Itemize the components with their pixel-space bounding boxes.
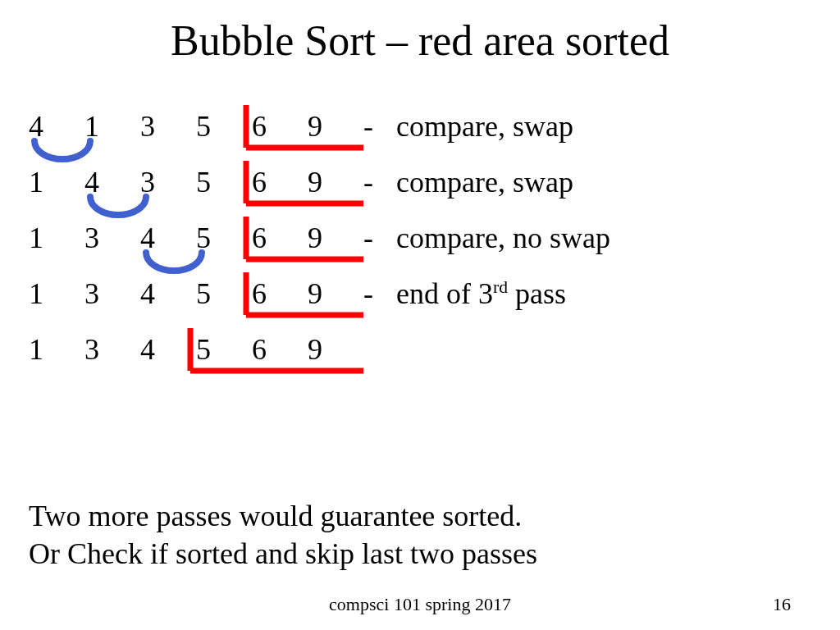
cell: 3 — [140, 154, 196, 210]
cell: 9 — [308, 266, 363, 322]
cell: 5 — [196, 154, 252, 210]
table-row: 1 3 4 5 6 9 - compare, no swap — [29, 210, 610, 266]
cell: 1 — [29, 322, 84, 377]
cell: 6 — [252, 154, 308, 210]
table-row: 1 3 4 5 6 9 - end of 3rd pass — [29, 266, 610, 322]
summary-line-2: Or Check if sorted and skip last two pas… — [29, 536, 537, 571]
dash: - — [363, 98, 396, 154]
slide-title: Bubble Sort – red area sorted — [0, 16, 840, 65]
cell: 6 — [252, 266, 308, 322]
operation-label: end of 3rd pass — [396, 266, 610, 322]
cell: 6 — [252, 210, 308, 266]
cell: 1 — [29, 266, 84, 322]
cell: 1 — [29, 154, 84, 210]
cell: 9 — [308, 154, 363, 210]
cell: 4 — [29, 98, 84, 154]
footer-course: compsci 101 spring 2017 — [0, 594, 840, 615]
cell: 6 — [252, 322, 308, 377]
table-row: 1 3 4 5 6 9 — [29, 322, 610, 377]
bubble-sort-table: 4 1 3 5 6 9 - compare, swap 1 4 3 5 6 9 … — [29, 98, 610, 377]
footer-page-number: 16 — [773, 594, 791, 615]
cell: 1 — [84, 98, 140, 154]
cell: 3 — [140, 98, 196, 154]
cell: 5 — [196, 266, 252, 322]
cell: 9 — [308, 322, 363, 377]
summary-line-1: Two more passes would guarantee sorted. — [29, 499, 522, 533]
dash: - — [363, 154, 396, 210]
table-row: 4 1 3 5 6 9 - compare, swap — [29, 98, 610, 154]
cell: 6 — [252, 98, 308, 154]
array-table: 4 1 3 5 6 9 - compare, swap 1 4 3 5 6 9 … — [29, 98, 610, 377]
cell: 3 — [84, 322, 140, 377]
cell: 1 — [29, 210, 84, 266]
cell: 4 — [84, 154, 140, 210]
cell: 3 — [84, 266, 140, 322]
cell: 3 — [84, 210, 140, 266]
cell: 5 — [196, 98, 252, 154]
cell: 4 — [140, 210, 196, 266]
cell: 9 — [308, 98, 363, 154]
operation-label — [396, 322, 610, 377]
operation-label: compare, swap — [396, 98, 610, 154]
table-row: 1 4 3 5 6 9 - compare, swap — [29, 154, 610, 210]
cell: 9 — [308, 210, 363, 266]
cell: 5 — [196, 322, 252, 377]
cell: 5 — [196, 210, 252, 266]
dash: - — [363, 210, 396, 266]
operation-label: compare, no swap — [396, 210, 610, 266]
operation-label: compare, swap — [396, 154, 610, 210]
dash — [363, 322, 396, 377]
cell: 4 — [140, 322, 196, 377]
dash: - — [363, 266, 396, 322]
cell: 4 — [140, 266, 196, 322]
